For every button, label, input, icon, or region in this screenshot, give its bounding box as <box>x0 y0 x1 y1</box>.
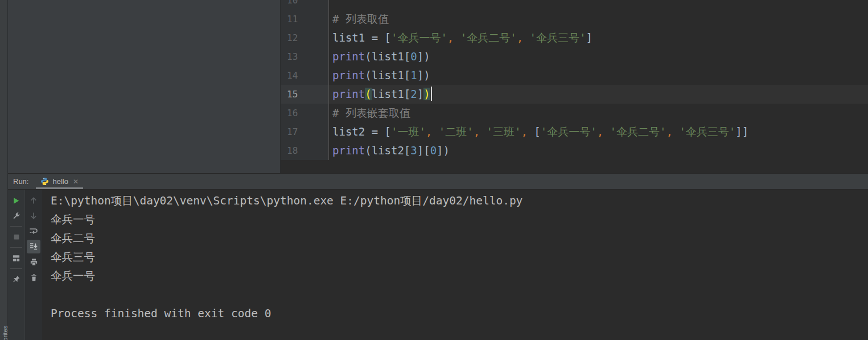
restore-layout-icon <box>12 254 20 263</box>
code-token: , <box>597 125 603 138</box>
code-token: , <box>666 125 672 138</box>
code-token <box>673 125 679 138</box>
console-line <box>51 285 868 304</box>
code-token <box>603 125 610 138</box>
code-token: ] <box>417 88 423 100</box>
line-number: 13 <box>281 47 328 66</box>
down-button[interactable] <box>27 209 40 223</box>
scroll-to-end-icon <box>29 242 38 251</box>
code-token: '伞兵二号' <box>460 31 517 44</box>
code-line-17[interactable]: 17list2 = ['一班', '二班', '三班', ['伞兵一号', '伞… <box>281 122 868 141</box>
toolbar-separator <box>10 226 22 227</box>
code-token <box>454 31 460 44</box>
code-token: ]) <box>417 69 430 81</box>
pin-button[interactable] <box>10 272 23 286</box>
code-token: # 列表取值 <box>332 13 389 25</box>
text-cursor <box>431 87 433 101</box>
code-text[interactable]: print(list2[3][0]) <box>328 141 868 160</box>
settings-icon <box>12 212 20 220</box>
code-token: 0 <box>410 50 417 63</box>
code-token: , <box>474 125 480 138</box>
line-number: 18 <box>281 141 328 160</box>
line-number: 16 <box>281 104 328 122</box>
code-line-16[interactable]: 16# 列表嵌套取值 <box>281 104 868 122</box>
settings-button[interactable] <box>10 209 23 223</box>
rerun-icon <box>12 196 20 205</box>
code-token: (list2[ <box>365 144 410 157</box>
soft-wrap-icon <box>29 227 38 236</box>
code-token: (list1[ <box>365 50 410 63</box>
code-token: '伞兵二号' <box>610 125 667 138</box>
code-line-14[interactable]: 14print(list1[1]) <box>281 66 868 85</box>
line-number: 15 <box>281 85 328 104</box>
code-token: '二班' <box>439 125 474 138</box>
clear-all-button[interactable] <box>27 271 40 284</box>
console-line: E:\python项目\day02\venv\Scripts\python.ex… <box>51 191 868 210</box>
code-token: list2 = [ <box>332 125 391 138</box>
code-text[interactable] <box>328 0 868 10</box>
run-tool-window-header: Run: hello ✕ <box>8 173 868 190</box>
code-token: print <box>332 50 365 63</box>
code-line-11[interactable]: 11# 列表取值 <box>281 10 868 28</box>
code-token: ] <box>586 31 592 44</box>
console-output[interactable]: E:\python项目\day02\venv\Scripts\python.ex… <box>42 190 868 340</box>
code-text[interactable]: print(list1[1]) <box>328 66 868 85</box>
code-line-18[interactable]: 18print(list2[3][0]) <box>281 141 868 160</box>
print-button[interactable] <box>27 255 40 269</box>
active-tab-underline <box>36 187 83 189</box>
up-button[interactable] <box>27 194 40 207</box>
stop-button[interactable] <box>10 230 23 244</box>
code-token: '一班' <box>391 125 426 138</box>
tab-title: hello <box>52 177 68 186</box>
toolbar-separator <box>10 268 22 269</box>
console-line: 伞兵一号 <box>51 267 868 285</box>
pycharm-window: Favorites 1011# 列表取值12list1 = ['伞兵一号', '… <box>0 0 868 340</box>
clear-all-icon <box>30 273 38 282</box>
editor-lines: 1011# 列表取值12list1 = ['伞兵一号', '伞兵二号', '伞兵… <box>281 0 868 160</box>
code-token: [ <box>528 125 541 138</box>
code-line-15[interactable]: 15print(list1[2]) <box>281 85 868 104</box>
code-token: 1 <box>410 69 417 81</box>
code-text[interactable]: print(list1[2]) <box>328 85 868 104</box>
run-toolbar <box>8 190 25 340</box>
console-toolbar <box>25 190 42 340</box>
soft-wrap-button[interactable] <box>27 224 40 238</box>
tool-window-stripe: Favorites <box>0 0 8 340</box>
code-token: 0 <box>430 144 437 157</box>
code-token: list1 = [ <box>332 31 391 44</box>
code-token: , <box>521 125 527 138</box>
code-token: , <box>426 125 432 138</box>
code-token: ]] <box>735 125 748 138</box>
up-icon <box>29 196 38 205</box>
code-text[interactable]: list1 = ['伞兵一号', '伞兵二号', '伞兵三号'] <box>328 28 868 47</box>
stop-icon <box>13 233 20 241</box>
console-line: 伞兵二号 <box>51 229 868 248</box>
line-number: 14 <box>281 66 328 85</box>
python-icon <box>40 177 49 186</box>
code-token: '伞兵一号' <box>391 31 447 44</box>
console-line: 伞兵一号 <box>51 210 868 229</box>
code-token: , <box>447 31 454 44</box>
code-token <box>523 31 529 44</box>
code-text[interactable]: # 列表取值 <box>328 10 868 28</box>
code-token: (list1[ <box>365 69 410 81</box>
code-line-12[interactable]: 12list1 = ['伞兵一号', '伞兵二号', '伞兵三号'] <box>281 28 868 47</box>
code-line-10[interactable]: 10 <box>281 0 868 10</box>
code-text[interactable]: print(list1[0]) <box>328 47 868 66</box>
code-text[interactable]: # 列表嵌套取值 <box>328 104 868 122</box>
code-text[interactable]: list2 = ['一班', '二班', '三班', ['伞兵一号', '伞兵二… <box>328 122 868 141</box>
scroll-to-end-button[interactable] <box>27 240 40 253</box>
tab-close-icon[interactable]: ✕ <box>73 178 79 186</box>
rerun-button[interactable] <box>10 194 23 207</box>
code-token: '三班' <box>487 125 521 138</box>
code-token <box>432 125 438 138</box>
toolbar-separator <box>10 247 22 248</box>
code-editor[interactable]: 1011# 列表取值12list1 = ['伞兵一号', '伞兵二号', '伞兵… <box>281 0 868 173</box>
restore-layout-button[interactable] <box>10 251 23 265</box>
code-token: ][ <box>417 144 430 157</box>
print-icon <box>30 258 38 267</box>
code-token: , <box>517 31 523 44</box>
run-tab-hello[interactable]: hello ✕ <box>36 174 83 189</box>
code-line-13[interactable]: 13print(list1[0]) <box>281 47 868 66</box>
code-token: '伞兵三号' <box>679 125 735 138</box>
